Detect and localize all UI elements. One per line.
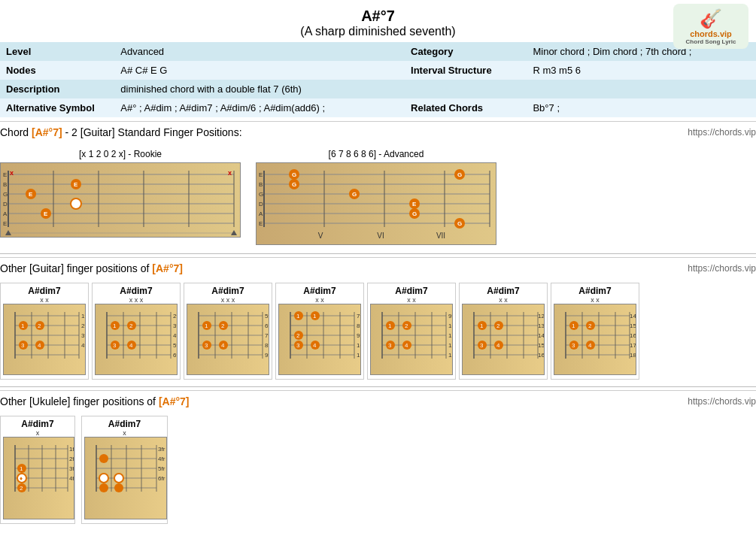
- svg-text:3: 3: [113, 342, 117, 349]
- svg-text:2: 2: [405, 322, 408, 329]
- guitar-card-2: A#dim7 x x x 2fr 3fr 4fr 5fr 6fr 1 2 3: [92, 283, 181, 380]
- guitar-positions-url[interactable]: https://chords.vip: [688, 263, 756, 274]
- svg-text:3: 3: [480, 342, 484, 349]
- svg-text:1: 1: [113, 322, 117, 329]
- svg-text:E: E: [259, 220, 263, 227]
- svg-text:2: 2: [38, 322, 41, 329]
- svg-text:1: 1: [572, 322, 575, 329]
- svg-text:5fr: 5fr: [265, 313, 269, 319]
- info-row-description: Description diminished chord with a doub…: [0, 80, 756, 98]
- card2-fretboard: 2fr 3fr 4fr 5fr 6fr 1 2 3 4: [95, 304, 178, 375]
- svg-text:16fr: 16fr: [538, 352, 545, 359]
- svg-text:2: 2: [20, 485, 23, 492]
- svg-text:11fr: 11fr: [448, 332, 453, 339]
- ukulele-card-2: A#dim7 x 3fr 4fr 5fr 6fr: [81, 416, 168, 524]
- card1-title: A#dim7: [3, 286, 86, 296]
- site-logo[interactable]: 🎸 chords.vip Chord Song Lyric: [673, 4, 748, 49]
- level-value: Advanced: [114, 42, 405, 61]
- svg-text:3: 3: [205, 342, 208, 349]
- svg-text:D: D: [3, 201, 8, 207]
- svg-point-261: [99, 474, 108, 483]
- nodes-value: A# C# E G: [114, 61, 405, 80]
- svg-text:17fr: 17fr: [630, 342, 636, 349]
- card1-fretboard: 1fr 2fr 3fr 4fr 1 2 3 4: [3, 304, 86, 375]
- guitar-card-3: A#dim7 x x x 5fr 6fr 7fr 8fr 9fr 1 2 3: [184, 283, 272, 380]
- chord-info-table: Level Advanced Category Minor chord ; Di…: [0, 42, 756, 117]
- ukulele-chord-ref[interactable]: [A#°7]: [159, 395, 190, 407]
- svg-text:9fr: 9fr: [357, 332, 361, 339]
- fretboard-advanced-svg: E B G D A E G G G E G G G V VI VII: [256, 162, 496, 245]
- chord-positions-suffix: - 2 [Guitar] Standard Finger Positions:: [62, 126, 242, 138]
- section-divider-ukulele: [0, 386, 756, 387]
- guitar-card-4: A#dim7 x x 7fr 8fr 9fr 10fr 11fr 1 1 2: [275, 283, 364, 380]
- svg-text:1: 1: [205, 322, 208, 329]
- svg-text:2: 2: [296, 332, 300, 339]
- card2-title: A#dim7: [95, 286, 178, 296]
- card6-title: A#dim7: [462, 286, 545, 296]
- svg-text:2fr: 2fr: [81, 322, 86, 329]
- svg-text:A: A: [3, 210, 8, 217]
- svg-text:B: B: [3, 181, 7, 188]
- svg-text:G: G: [3, 191, 8, 198]
- card5-xmarks: x x: [370, 296, 453, 304]
- section-divider-guitar: [0, 253, 756, 254]
- svg-text:3: 3: [572, 342, 575, 349]
- svg-text:3fr: 3fr: [173, 322, 178, 329]
- svg-point-260: [99, 454, 108, 463]
- chord-name-title: A#°7: [0, 8, 756, 25]
- svg-text:15fr: 15fr: [538, 342, 545, 349]
- svg-text:12fr: 12fr: [448, 342, 453, 349]
- chord-positions-header: Chord [A#°7] - 2 [Guitar] Standard Finge…: [0, 121, 756, 143]
- card4-title: A#dim7: [278, 286, 361, 296]
- svg-text:4: 4: [588, 342, 592, 349]
- svg-text:E: E: [412, 201, 417, 207]
- svg-text:4: 4: [496, 342, 500, 349]
- svg-text:4fr: 4fr: [173, 332, 178, 339]
- svg-text:x: x: [10, 169, 14, 177]
- svg-text:E: E: [3, 220, 7, 227]
- nodes-label: Nodes: [0, 61, 114, 80]
- svg-text:4: 4: [221, 342, 225, 349]
- ukulele-chord-cards: A#dim7 x 1fr 2fr 3fr 4fr 1 ♦ 2: [0, 412, 756, 528]
- diagram1-label: [x 1 2 0 2 x] - Rookie: [0, 149, 241, 159]
- card3-fretboard: 5fr 6fr 7fr 8fr 9fr 1 2 3 4: [187, 304, 269, 375]
- card3-xmarks: x x x: [187, 296, 269, 304]
- svg-text:1: 1: [388, 322, 392, 329]
- guitar-positions-title: Other [Guitar] finger positions of [A#°7…: [0, 262, 183, 274]
- svg-text:E: E: [3, 171, 7, 178]
- card7-xmarks: x x: [554, 296, 636, 304]
- card1-xmarks: x x: [3, 296, 86, 304]
- svg-text:13fr: 13fr: [538, 322, 545, 329]
- diagram2-label: [6 7 8 6 8 6] - Advanced: [256, 149, 496, 159]
- guitar-card-1: A#dim7 x x 1fr 2fr 3fr 4fr 1 2: [0, 283, 89, 380]
- category-label: Category: [405, 42, 527, 61]
- interval-label: Interval Structure: [405, 61, 527, 80]
- svg-text:x: x: [228, 169, 232, 177]
- card2-xmarks: x x x: [95, 296, 178, 304]
- diagram-rookie: [x 1 2 0 2 x] - Rookie E B G D A E x: [0, 149, 241, 247]
- svg-text:7fr: 7fr: [265, 332, 269, 339]
- ukulele-positions-header: Other [Ukulele] finger positions of [A#°…: [0, 390, 756, 412]
- guitar-positions-prefix: Other [Guitar] finger positions of: [0, 262, 152, 274]
- related-chords-value: Bb°7 ;: [527, 98, 756, 117]
- svg-point-24: [71, 198, 81, 209]
- interval-value: R m3 m5 6: [527, 61, 756, 80]
- svg-text:10fr: 10fr: [357, 342, 361, 349]
- ukulele-positions-url[interactable]: https://chords.vip: [688, 396, 756, 407]
- fretboard-rookie-svg: E B G D A E x x E E E: [0, 162, 241, 238]
- svg-text:4: 4: [129, 342, 133, 349]
- chord-positions-url[interactable]: https://chords.vip: [688, 127, 756, 138]
- card6-fretboard: 12fr 13fr 14fr 15fr 16fr 1 2 3 4: [462, 304, 545, 375]
- svg-text:4fr: 4fr: [158, 456, 165, 462]
- card5-fretboard: 9fr 10fr 11fr 12fr 13fr 1 2 3 4: [370, 304, 453, 375]
- svg-point-264: [114, 483, 123, 492]
- uke-card1-title: A#dim7: [3, 419, 72, 429]
- svg-text:4fr: 4fr: [69, 475, 74, 482]
- svg-text:8fr: 8fr: [357, 322, 361, 329]
- svg-text:9fr: 9fr: [265, 352, 269, 359]
- guitar-chord-ref[interactable]: [A#°7]: [152, 262, 183, 274]
- chord-positions-ref[interactable]: [A#°7]: [32, 126, 62, 138]
- svg-text:1: 1: [20, 465, 23, 472]
- svg-text:1: 1: [296, 313, 300, 319]
- svg-text:4fr: 4fr: [81, 342, 86, 349]
